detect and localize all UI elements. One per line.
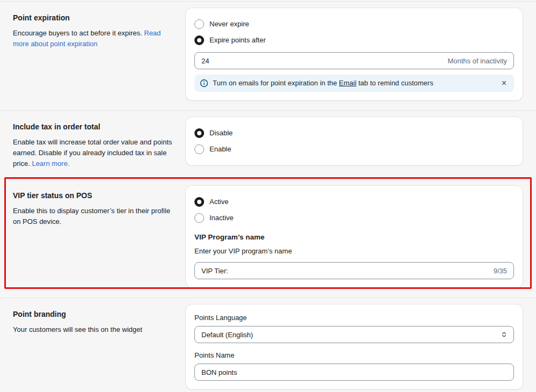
section-include-tax: Include tax in order total Enable tax wi… <box>0 111 536 179</box>
radio-checked-icon[interactable] <box>194 197 204 207</box>
banner-text-after: tab to remind customers <box>357 79 433 87</box>
point-branding-card: Points Language Default (English) Points… <box>186 304 523 389</box>
banner-text-before: Turn on emails for point expiration in t… <box>213 79 339 87</box>
vip-tier-card: Active Inactive VIP Program’s name Enter… <box>186 186 523 288</box>
months-input[interactable] <box>201 57 443 65</box>
radio-row-disable[interactable]: Disable <box>194 126 514 141</box>
radio-unchecked-icon[interactable] <box>194 213 204 223</box>
radio-row-inactive[interactable]: Inactive <box>194 210 514 226</box>
radio-row-enable[interactable]: Enable <box>194 142 514 157</box>
include-tax-card: Disable Enable <box>186 117 523 165</box>
months-suffix-label: Months of inactivity <box>447 57 507 65</box>
vip-program-name-help: Enter your VIP program’s name <box>194 246 514 257</box>
section-annotation: Point branding Your customers will see t… <box>13 304 178 389</box>
radio-row-active[interactable]: Active <box>194 194 514 209</box>
section-description: Your customers will see this on the widg… <box>13 324 178 335</box>
description-text: Your customers will see this on the widg… <box>13 325 142 333</box>
radio-label[interactable]: Inactive <box>209 213 234 223</box>
banner-message: Turn on emails for point expiration in t… <box>213 78 494 88</box>
radio-row-never-expire[interactable]: Never expire <box>194 17 514 32</box>
learn-more-link[interactable]: Learn more. <box>32 159 69 168</box>
description-text: Enable this to display customer’s tier i… <box>13 207 170 226</box>
points-name-label: Points Name <box>194 351 514 360</box>
section-vip-tier-status: VIP tier status on POS Enable this to di… <box>0 179 536 297</box>
vip-program-name-field[interactable]: 9/35 <box>194 262 514 279</box>
section-annotation: Point expiration Encourage buyers to act… <box>13 8 178 100</box>
radio-checked-icon[interactable] <box>194 35 204 45</box>
radio-label[interactable]: Disable <box>209 128 233 139</box>
radio-row-expire-after[interactable]: Expire points after <box>194 33 514 48</box>
radio-label[interactable]: Expire points after <box>209 35 266 46</box>
character-counter: 9/35 <box>494 267 507 275</box>
section-content: Active Inactive VIP Program’s name Enter… <box>186 186 523 288</box>
section-annotation: Include tax in order total Enable tax wi… <box>13 117 178 169</box>
points-name-field[interactable] <box>194 364 514 381</box>
section-point-branding: Point branding Your customers will see t… <box>0 298 536 392</box>
section-annotation: VIP tier status on POS Enable this to di… <box>13 186 178 288</box>
radio-label[interactable]: Enable <box>209 144 231 155</box>
section-title: VIP tier status on POS <box>13 191 178 200</box>
section-point-expiration: Point expiration Encourage buyers to act… <box>0 2 536 110</box>
months-of-inactivity-field[interactable]: Months of inactivity <box>194 52 514 69</box>
points-language-value: Default (English) <box>201 331 253 339</box>
section-description: Enable this to display customer’s tier i… <box>13 206 178 227</box>
point-expiration-card: Never expire Expire points after Months … <box>186 8 523 100</box>
vip-program-name-heading: VIP Program’s name <box>194 232 514 243</box>
radio-unchecked-icon[interactable] <box>194 144 204 154</box>
points-language-select[interactable]: Default (English) <box>194 326 514 343</box>
email-tab-link[interactable]: Email <box>339 79 357 87</box>
section-description: Enable tax will increase total order val… <box>13 137 178 169</box>
vip-program-name-input[interactable] <box>201 267 489 275</box>
section-title: Point branding <box>13 310 178 318</box>
point-expiration-info-banner: Turn on emails for point expiration in t… <box>194 75 514 92</box>
points-name-input[interactable] <box>201 368 507 376</box>
section-title: Include tax in order total <box>13 122 178 131</box>
loyalty-settings-page: Point expiration Encourage buyers to act… <box>0 0 536 392</box>
updown-caret-icon <box>501 331 507 338</box>
section-content: Disable Enable <box>186 117 523 169</box>
radio-checked-icon[interactable] <box>194 128 204 138</box>
section-description: Encourage buyers to act before it expire… <box>13 28 178 49</box>
close-icon[interactable]: × <box>498 78 510 89</box>
points-language-group: Points Language Default (English) <box>194 313 514 343</box>
radio-label[interactable]: Never expire <box>209 19 249 30</box>
description-text: Encourage buyers to act before it expire… <box>13 29 144 37</box>
points-language-label: Points Language <box>194 313 514 323</box>
info-icon <box>200 79 208 88</box>
section-content: Never expire Expire points after Months … <box>186 8 523 100</box>
radio-label[interactable]: Active <box>209 197 228 207</box>
points-name-group: Points Name <box>194 351 514 381</box>
section-title: Point expiration <box>13 13 178 22</box>
radio-unchecked-icon[interactable] <box>194 19 204 29</box>
section-content: Points Language Default (English) Points… <box>186 304 523 389</box>
